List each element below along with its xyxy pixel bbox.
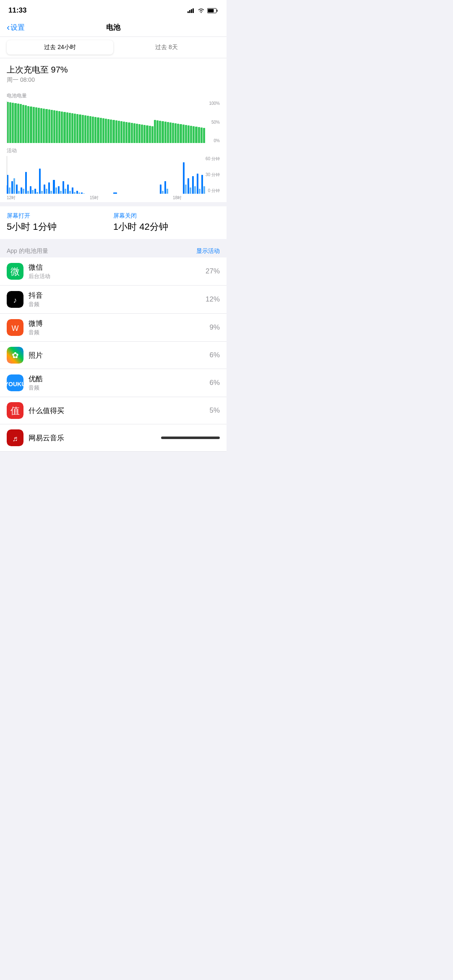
activity-bar-group (197, 156, 200, 194)
svg-rect-2 (191, 9, 192, 13)
activity-bar-light (55, 187, 57, 194)
app-percent: 5% (209, 406, 220, 415)
battery-bar (182, 125, 185, 143)
battery-bar (20, 104, 22, 143)
app-list-item[interactable]: ✿照片6% (0, 342, 226, 369)
battery-bar (164, 122, 167, 143)
activity-bar-group (127, 156, 131, 194)
svg-text:值: 值 (10, 406, 20, 416)
app-info: 微信后台活动 (29, 263, 206, 280)
battery-bar (146, 125, 148, 143)
activity-bars (7, 156, 205, 194)
app-percent: 9% (209, 323, 220, 332)
svg-rect-0 (187, 11, 189, 13)
activity-bar-group (160, 156, 164, 194)
activity-bar-group (86, 156, 89, 194)
activity-bar-group (122, 156, 126, 194)
activity-bar-dark (183, 162, 185, 194)
app-name: 照片 (29, 351, 209, 360)
activity-bar-dark (192, 176, 194, 194)
tab-8d[interactable]: 过去 8天 (113, 40, 220, 55)
activity-bar-group (155, 156, 159, 194)
activity-bar-group (81, 156, 85, 194)
activity-bar-light (50, 191, 52, 194)
activity-bar-group (104, 156, 108, 194)
app-sub: 后台活动 (29, 273, 206, 280)
battery-bar (159, 121, 161, 143)
app-list-item[interactable]: ♪抖音音频12% (0, 286, 226, 314)
battery-bar (128, 122, 130, 143)
app-icon: ✿ (7, 347, 23, 364)
app-list-item[interactable]: 微微信后台活动27% (0, 257, 226, 286)
battery-bar (33, 107, 35, 143)
activity-bar-group (44, 156, 47, 194)
battery-bar (43, 109, 45, 143)
battery-bar (92, 117, 94, 143)
battery-bar (56, 111, 58, 143)
svg-rect-1 (189, 10, 190, 13)
battery-bar (12, 103, 14, 143)
activity-bar-group (201, 156, 205, 194)
battery-bar (38, 108, 40, 143)
activity-bar-group (141, 156, 145, 194)
activity-bar-dark (67, 185, 69, 194)
battery-bar (25, 105, 27, 143)
activity-bar-group (132, 156, 135, 194)
activity-bar-group (164, 156, 168, 194)
battery-bar (141, 125, 143, 143)
app-icon: ♪ (7, 291, 23, 308)
battery-bar (51, 110, 53, 143)
battery-bar (200, 127, 203, 143)
battery-bar (198, 127, 200, 143)
app-battery-header: App 的电池用量 显示活动 (0, 243, 226, 257)
battery-bar (66, 112, 68, 143)
activity-chart-section: 活动 60 分钟 30 分钟 0 分钟 12时15时18时21时0时12月29日… (0, 143, 226, 202)
app-list-item[interactable]: 值什么值得买5% (0, 397, 226, 424)
app-list-item[interactable]: YOUKU优酷音频6% (0, 369, 226, 397)
x-axis-label: 18时 (173, 195, 182, 201)
battery-icon (207, 8, 218, 13)
screen-on-label: 屏幕打开 (7, 212, 113, 220)
battery-bar (97, 117, 99, 143)
activity-bar-group (146, 156, 149, 194)
activity-bar-dark (164, 181, 166, 194)
activity-bar-dark (160, 185, 161, 194)
app-percent: 12% (206, 295, 220, 304)
activity-bar-light (9, 187, 10, 194)
activity-bar-group (174, 156, 177, 194)
app-list-item[interactable]: W微博音频9% (0, 314, 226, 342)
app-sub: 音频 (29, 301, 206, 308)
app-list-item[interactable]: ♬网易云音乐 (0, 424, 226, 452)
battery-bar (58, 111, 60, 143)
activity-bar-light (69, 191, 71, 194)
activity-bar-group (72, 156, 76, 194)
activity-y-labels: 60 分钟 30 分钟 0 分钟 (206, 156, 220, 194)
activity-bar-group (109, 156, 112, 194)
battery-bar (94, 117, 96, 143)
battery-bar (180, 124, 182, 143)
activity-bar-group (183, 156, 187, 194)
activity-bar-group (48, 156, 52, 194)
activity-bar-light (41, 191, 43, 194)
tab-selector: 过去 24小时 过去 8天 (0, 37, 226, 58)
redacted-bar (161, 437, 220, 439)
status-time: 11:33 (8, 6, 26, 15)
back-button[interactable]: ‹ 设置 (7, 22, 25, 33)
screen-on-stat: 屏幕打开 5小时 1分钟 (7, 212, 113, 233)
activity-bar-light (32, 190, 34, 194)
activity-bar-light (65, 189, 66, 194)
battery-bar (174, 123, 177, 143)
activity-bar-group (39, 156, 43, 194)
show-activity-button[interactable]: 显示活动 (196, 247, 220, 255)
battery-bar (125, 122, 128, 143)
svg-point-4 (201, 12, 202, 13)
battery-bar (154, 120, 156, 143)
activity-chart-label: 活动 (7, 147, 220, 154)
battery-bar (193, 126, 195, 143)
battery-bar (17, 104, 19, 143)
tab-24h[interactable]: 过去 24小时 (7, 40, 113, 55)
app-name: 网易云音乐 (29, 433, 161, 443)
battery-bar (107, 119, 109, 143)
activity-bar-group (53, 156, 57, 194)
app-info: 优酷音频 (29, 374, 209, 392)
